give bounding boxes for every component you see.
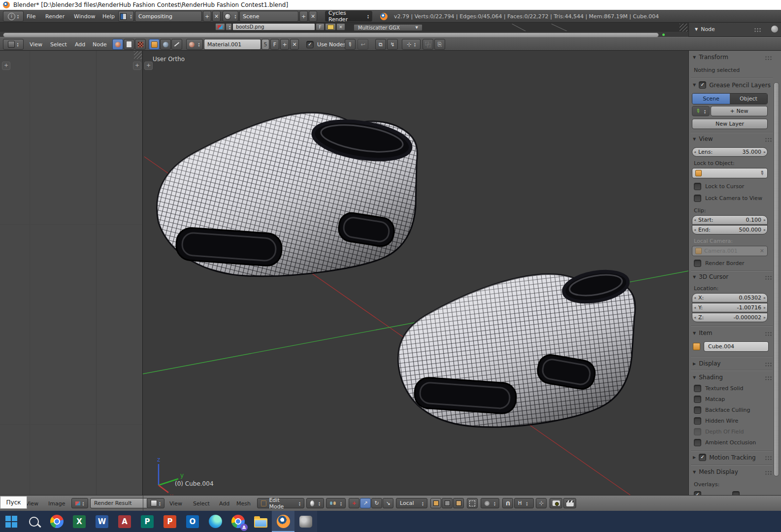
tab-scene[interactable]: Scene (692, 94, 730, 104)
panel-display-header[interactable]: ▶ Display (693, 360, 720, 367)
tab-object[interactable]: Object (730, 94, 767, 104)
image-name-field[interactable]: bootsD.png (232, 23, 315, 31)
windows-start-button-classic[interactable]: Пуск (0, 496, 27, 509)
material-name-field[interactable]: Material.001 (204, 39, 261, 50)
node-editor-canvas[interactable]: ▴▾ bootsD.png F ✕ Multiscatter GGX▼ (0, 23, 688, 37)
scale-manipulator-button[interactable]: ↘ (383, 498, 393, 508)
material-users-button[interactable]: 5 (261, 39, 269, 50)
render-border-row[interactable]: Render Border (694, 260, 745, 267)
transform-orientation-select[interactable]: Local ▴▾ (396, 498, 427, 508)
shading-option-row[interactable]: Backface Culling (694, 406, 750, 414)
overlay-checkbox-partial[interactable] (732, 491, 740, 495)
expand-properties-button[interactable]: + (133, 62, 141, 70)
taskbar-edge[interactable] (204, 511, 227, 532)
lock-camera-checkbox[interactable] (694, 195, 701, 202)
panel-transform-header[interactable]: ▼ Transform (693, 54, 728, 61)
material-fake-user-button[interactable]: F (270, 39, 279, 50)
taskbar-blender-active[interactable] (272, 511, 294, 532)
scene-field[interactable]: Scene (239, 11, 298, 22)
panel-mesh-display-header[interactable]: ▼ Mesh Display (693, 468, 738, 475)
open-image-button[interactable] (325, 23, 336, 31)
panel-item-header[interactable]: ▼ Item (693, 330, 712, 336)
v3d-menu-mesh[interactable]: Mesh (236, 496, 251, 511)
add-scene-button[interactable]: + (299, 11, 308, 22)
cursor-z-field[interactable]: ◂ Z:-0.000002 ▸ (692, 313, 768, 322)
image-datablock-field[interactable]: Render Result (90, 498, 148, 508)
area-divider[interactable] (143, 496, 143, 511)
area-corner-widget[interactable] (680, 24, 687, 32)
world-shader-context[interactable] (160, 39, 171, 50)
linestyle-shader-context[interactable] (171, 39, 182, 50)
render-opengl-anim-button[interactable] (563, 498, 576, 508)
item-name-field[interactable]: Cube.004 (704, 341, 769, 352)
unlink-image-button[interactable]: ✕ (336, 23, 345, 31)
image-menu-view[interactable]: View (26, 496, 38, 511)
compositing-nodes-toggle[interactable] (124, 39, 134, 50)
taskbar-powerpoint[interactable]: P (159, 511, 181, 532)
cursor-x-field[interactable]: ◂ X:0.05302 ▸ (692, 293, 768, 302)
copy-node-button[interactable]: ⿻ (423, 39, 433, 50)
limit-selection-button[interactable] (467, 498, 478, 508)
shoe-mesh-object-1[interactable] (157, 113, 418, 276)
v3d-menu-select[interactable]: Select (193, 496, 210, 511)
pivot-point-select[interactable]: ▴▾ (326, 498, 346, 508)
menu-help[interactable]: Help (100, 10, 117, 23)
shader-nodes-toggle[interactable] (112, 39, 123, 50)
shading-option-row[interactable]: Ambient Occlusion (694, 439, 756, 446)
grease-brush-select[interactable]: ✎ ▴▾ (692, 106, 710, 116)
node-menu-add[interactable]: Add (73, 37, 87, 51)
node-menu-node[interactable]: Node (91, 37, 109, 51)
use-nodes-row[interactable]: ✓ Use Nodes (306, 41, 346, 48)
taskbar-search-button[interactable] (23, 511, 45, 532)
panel-grip[interactable] (765, 332, 772, 336)
go-to-parent-button[interactable]: ↩ (358, 39, 368, 50)
screen-layout-field[interactable]: Compositing (135, 11, 202, 22)
panel-grip[interactable] (765, 56, 772, 60)
panel-grip[interactable] (765, 456, 772, 460)
v3d-menu-add[interactable]: Add (219, 496, 229, 511)
panel-grip[interactable] (765, 362, 772, 366)
expand-toolbar-button[interactable]: + (2, 62, 10, 70)
panel-shading-header[interactable]: ▼ Shading (693, 374, 723, 381)
render-engine-select[interactable]: Cycles Render ▴▾ (325, 11, 372, 22)
lens-slider[interactable]: ◂ Lens:35.000 ▸ (692, 147, 768, 157)
viewport-3d[interactable]: z y x User Ortho (0) Cube.004 + (143, 51, 688, 495)
vertex-select-button[interactable] (430, 498, 441, 508)
panel-scrollbar[interactable] (774, 82, 779, 476)
hidden-wire-checkbox[interactable] (694, 417, 701, 425)
taskbar-access[interactable]: A (113, 511, 136, 532)
snap-mode-select[interactable]: ⊹ ▴▾ (402, 39, 421, 50)
hook-button[interactable]: ↯ (387, 39, 398, 50)
clip-start-slider[interactable]: ◂ Start:0.100 ▸ (692, 215, 768, 225)
panel-motion-tracking-header[interactable]: ▶ ✓ Motion Tracking (693, 454, 756, 461)
node-menu-view[interactable]: View (28, 37, 44, 51)
node-group-button[interactable]: ⧉ (375, 39, 386, 50)
title-bar[interactable]: Blender* [D:\blender3d files\RenderHub F… (0, 0, 781, 10)
face-select-button[interactable] (453, 498, 464, 508)
clip-end-slider[interactable]: ◂ End:500.000 ▸ (692, 225, 768, 234)
rotate-manipulator-button[interactable]: ↻ (371, 498, 382, 508)
node-scrollbar[interactable] (3, 33, 659, 37)
taskbar-word[interactable]: W (91, 511, 113, 532)
mode-select[interactable]: Edit Mode ▴▾ (257, 498, 304, 508)
editor-type-button-node[interactable]: ▴▾ (3, 39, 24, 50)
snap-element-select[interactable]: H ▴▾ (514, 498, 534, 508)
area-corner-widget[interactable] (134, 51, 142, 59)
panel-grip[interactable] (765, 275, 772, 280)
new-material-button[interactable]: + (280, 39, 289, 50)
grease-new-button[interactable]: +New (711, 106, 768, 116)
expand-toolshelf-button[interactable]: + (144, 62, 153, 70)
scene-browse-button[interactable]: ▴▾ (223, 11, 238, 22)
motion-tracking-checkbox[interactable]: ✓ (699, 454, 706, 461)
panel-grip[interactable] (765, 137, 772, 142)
scroll-ball[interactable] (771, 26, 778, 33)
taskbar-explorer[interactable] (249, 511, 272, 532)
grease-pencil-checkbox[interactable]: ✓ (699, 81, 706, 89)
cursor-y-field[interactable]: ◂ Y:-1.00716 ▸ (692, 303, 768, 312)
taskbar-outlook[interactable]: O (181, 511, 204, 532)
edge-select-button[interactable] (442, 498, 453, 508)
lock-camera-row[interactable]: Lock Camera to View (694, 195, 762, 202)
viewport-shading-select[interactable]: ▴▾ (306, 498, 324, 508)
menu-render[interactable]: Render (43, 10, 66, 23)
panel-view-header[interactable]: ▼ View (693, 135, 713, 142)
